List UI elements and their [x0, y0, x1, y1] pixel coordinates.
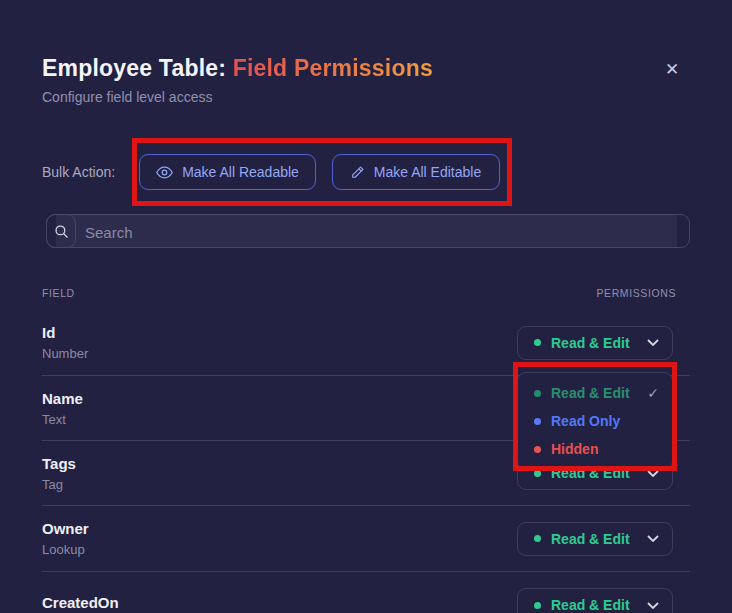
table-row-createdon: CreatedOn Read & Edit — [42, 572, 690, 613]
status-dot — [534, 535, 541, 542]
field-cell: Name Text — [42, 390, 83, 427]
page-subtitle: Configure field level access — [42, 89, 212, 105]
menu-option-hidden[interactable]: Hidden — [518, 435, 672, 463]
field-cell: Owner Lookup — [42, 520, 89, 557]
field-name: Name — [42, 390, 83, 407]
permission-value: Read & Edit — [551, 531, 647, 547]
close-icon: ✕ — [665, 60, 679, 79]
make-all-readable-button[interactable]: Make All Readable — [139, 154, 316, 190]
page-title: Employee Table: Field Permissions — [42, 55, 433, 82]
menu-option-label: Read & Edit — [551, 385, 647, 401]
status-dot — [534, 470, 541, 477]
bulk-action-label: Bulk Action: — [42, 164, 115, 180]
field-type: Number — [42, 346, 88, 361]
status-dot — [534, 418, 541, 425]
status-dot — [534, 446, 541, 453]
search-icon — [46, 214, 76, 248]
permission-value: Read & Edit — [551, 335, 647, 351]
column-header-permissions: PERMISSIONS — [596, 287, 690, 299]
column-header-field: FIELD — [42, 287, 75, 299]
permission-dropdown-id[interactable]: Read & Edit — [517, 326, 673, 360]
field-cell: Tags Tag — [42, 455, 76, 492]
chevron-down-icon — [647, 470, 659, 477]
field-cell: Id Number — [42, 324, 88, 361]
field-name: Owner — [42, 520, 89, 537]
menu-option-read-only[interactable]: Read Only — [518, 407, 672, 435]
field-cell: CreatedOn — [42, 594, 119, 613]
page-title-highlight: Field Permissions — [233, 55, 433, 81]
field-type: Text — [42, 412, 83, 427]
permission-value: Read & Edit — [551, 597, 647, 613]
menu-option-read-edit[interactable]: Read & Edit ✓ — [518, 379, 672, 407]
status-dot — [534, 390, 541, 397]
field-name: Tags — [42, 455, 76, 472]
close-button[interactable]: ✕ — [659, 57, 685, 83]
permission-dropdown-menu: Read & Edit ✓ Read Only Hidden — [517, 372, 673, 470]
search-bar — [46, 214, 690, 248]
pencil-icon — [351, 165, 365, 179]
search-input[interactable] — [83, 215, 675, 249]
make-all-readable-label: Make All Readable — [182, 164, 299, 180]
chevron-down-icon — [647, 602, 659, 609]
chevron-down-icon — [647, 535, 659, 542]
table-row-id: Id Number Read & Edit — [42, 310, 690, 376]
field-type: Lookup — [42, 542, 89, 557]
status-dot — [534, 602, 541, 609]
table-row-owner: Owner Lookup Read & Edit — [42, 506, 690, 572]
field-name: CreatedOn — [42, 594, 119, 611]
menu-option-label: Read Only — [551, 413, 659, 429]
status-dot — [534, 339, 541, 346]
field-type: Tag — [42, 477, 76, 492]
check-icon: ✓ — [647, 385, 659, 401]
make-all-editable-button[interactable]: Make All Editable — [332, 154, 500, 190]
make-all-editable-label: Make All Editable — [374, 164, 481, 180]
permission-dropdown-owner[interactable]: Read & Edit — [517, 522, 673, 556]
menu-option-label: Hidden — [551, 441, 659, 457]
eye-icon — [156, 166, 173, 179]
table-header: FIELD PERMISSIONS — [42, 287, 690, 299]
chevron-down-icon — [647, 339, 659, 346]
page-title-prefix: Employee Table: — [42, 55, 226, 81]
permission-dropdown-createdon[interactable]: Read & Edit — [517, 588, 673, 613]
field-name: Id — [42, 324, 88, 341]
